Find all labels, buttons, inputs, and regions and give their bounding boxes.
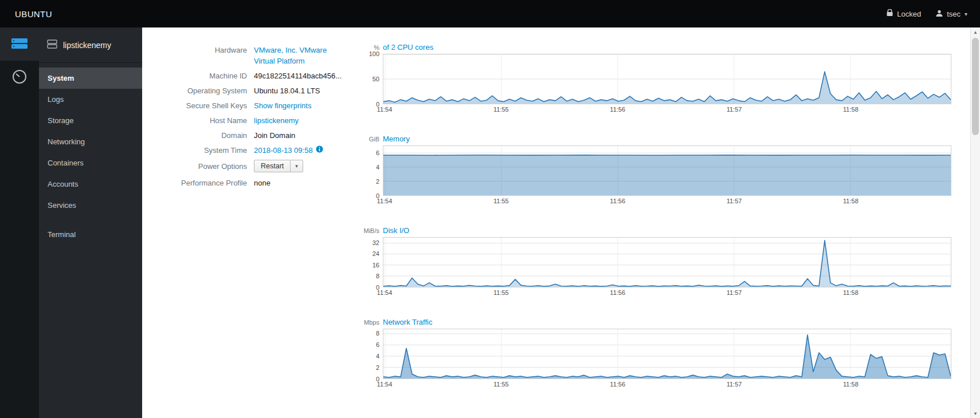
x-tick-label: 11:55 xyxy=(493,198,509,204)
machine-id-value: 49c1822514114bacb456... xyxy=(254,70,340,81)
user-icon xyxy=(936,10,943,18)
info-icon[interactable] xyxy=(316,145,323,156)
restart-button[interactable]: Restart xyxy=(254,160,291,172)
x-tick-label: 11:54 xyxy=(377,198,393,204)
charts-column: % of 2 CPU cores 050100 11:5411:5511:561… xyxy=(353,27,980,418)
x-axis-labels: 11:5411:5511:5611:5711:58 xyxy=(383,104,951,115)
host-tile-selected[interactable] xyxy=(0,27,39,61)
y-tick-label: 24 xyxy=(373,250,379,257)
x-tick-label: 11:57 xyxy=(727,381,742,388)
top-bar: UBUNTU Locked tsec ▾ xyxy=(0,0,980,27)
disk-io-unit-label: MiB/s xyxy=(353,224,383,237)
y-tick-label: 2 xyxy=(376,178,379,185)
y-tick-label: 8 xyxy=(376,273,379,279)
scrollbar-up-arrow[interactable]: ▲ xyxy=(971,27,980,37)
sidebar-item-logs[interactable]: Logs xyxy=(39,89,142,110)
machine-id-label: Machine ID xyxy=(154,70,254,81)
y-axis-labels: 02468 xyxy=(353,329,383,379)
y-tick-label: 4 xyxy=(376,353,379,360)
memory-unit-label: GiB xyxy=(353,133,383,145)
gauge-icon xyxy=(12,69,27,86)
host-name-link[interactable]: lipstickenemy xyxy=(254,116,299,125)
main-content: Hardware VMware, Inc. VMware Virtual Pla… xyxy=(142,27,980,418)
network-unit-label: Mbps xyxy=(353,316,383,329)
scrollbar-thumb[interactable] xyxy=(972,38,979,135)
x-tick-label: 11:56 xyxy=(610,289,625,296)
cpu-plot-area xyxy=(383,54,951,104)
sidebar-item-storage[interactable]: Storage xyxy=(39,110,142,131)
power-options-label: Power Options xyxy=(154,161,254,172)
performance-profile-row: Performance Profile none xyxy=(154,178,348,188)
disk-io-plot-area xyxy=(383,237,951,287)
x-tick-label: 11:57 xyxy=(727,198,742,204)
x-tick-label: 11:54 xyxy=(377,289,393,296)
sidebar-item-terminal[interactable]: Terminal xyxy=(39,224,142,245)
y-tick-label: 16 xyxy=(373,262,379,269)
ssh-keys-row: Secure Shell Keys Show fingerprints xyxy=(154,100,348,111)
host-name-row: Host Name lipstickenemy xyxy=(154,115,348,126)
x-tick-label: 11:55 xyxy=(493,289,509,296)
user-menu[interactable]: tsec ▾ xyxy=(936,10,967,18)
y-tick-label: 4 xyxy=(376,164,379,171)
lock-icon xyxy=(887,9,893,18)
x-tick-label: 11:56 xyxy=(610,198,625,204)
username: tsec xyxy=(947,10,961,18)
sidebar-item-containers[interactable]: Containers xyxy=(39,152,142,173)
cpu-chart-title-link[interactable]: of 2 CPU cores xyxy=(383,41,433,54)
network-traffic-chart: Mbps Network Traffic 02468 11:5411:5511:… xyxy=(353,316,951,389)
x-tick-label: 11:58 xyxy=(843,106,859,113)
y-axis-labels: 050100 xyxy=(353,54,383,104)
domain-row: Domain Join Domain xyxy=(154,130,348,141)
locked-indicator[interactable]: Locked xyxy=(887,9,921,18)
show-fingerprints-link[interactable]: Show fingerprints xyxy=(254,101,311,110)
x-axis-labels: 11:5411:5511:5611:5711:58 xyxy=(383,379,951,389)
server-icon xyxy=(11,37,28,52)
x-tick-label: 11:54 xyxy=(377,381,393,388)
hardware-label: Hardware xyxy=(154,45,254,66)
hardware-link[interactable]: VMware, Inc. VMware Virtual Platform xyxy=(254,46,327,65)
dashboard-tile[interactable] xyxy=(0,61,39,94)
hosts-rail xyxy=(0,27,39,418)
memory-chart-title-link[interactable]: Memory xyxy=(383,133,410,145)
x-tick-label: 11:57 xyxy=(727,106,742,113)
machine-id-row: Machine ID 49c1822514114bacb456... xyxy=(154,70,348,81)
y-tick-label: 6 xyxy=(376,149,379,156)
sidebar-item-accounts[interactable]: Accounts xyxy=(39,173,142,195)
x-tick-label: 11:57 xyxy=(727,289,742,296)
system-time-label: System Time xyxy=(154,145,254,156)
scrollbar-down-arrow[interactable]: ▼ xyxy=(971,409,980,418)
domain-label: Domain xyxy=(154,130,254,141)
y-tick-label: 100 xyxy=(369,50,379,57)
network-chart-title-link[interactable]: Network Traffic xyxy=(383,316,432,329)
power-options-row: Power Options Restart ▾ xyxy=(154,160,348,172)
sidebar-item-services[interactable]: Services xyxy=(39,195,142,216)
disk-io-chart-title-link[interactable]: Disk I/O xyxy=(383,224,409,237)
sidebar-item-system[interactable]: System xyxy=(39,68,142,89)
restart-dropdown-button[interactable]: ▾ xyxy=(291,160,303,172)
x-axis-labels: 11:5411:5511:5611:5711:58 xyxy=(383,196,951,206)
performance-profile-label: Performance Profile xyxy=(154,178,254,188)
performance-profile-value: none xyxy=(254,178,271,188)
network-plot-area xyxy=(383,329,951,379)
system-info-list: Hardware VMware, Inc. VMware Virtual Pla… xyxy=(154,27,348,418)
y-tick-label: 8 xyxy=(376,330,379,337)
x-tick-label: 11:58 xyxy=(843,289,859,296)
domain-value[interactable]: Join Domain xyxy=(254,130,295,141)
sidebar-item-networking[interactable]: Networking xyxy=(39,131,142,152)
vertical-scrollbar[interactable]: ▲ ▼ xyxy=(970,27,980,418)
operating-system-value: Ubuntu 18.04.1 LTS xyxy=(254,85,320,96)
hardware-row: Hardware VMware, Inc. VMware Virtual Pla… xyxy=(154,45,348,66)
nav-items: System Logs Storage Networking Container… xyxy=(39,63,142,245)
operating-system-label: Operating System xyxy=(154,85,254,96)
y-axis-labels: 08162432 xyxy=(353,237,383,287)
memory-chart: GiB Memory 0246 11:5411:5511:5611:5711:5… xyxy=(353,133,951,206)
host-header[interactable]: lipstickenemy xyxy=(39,27,142,63)
system-time-row: System Time 2018-08-13 09:58 xyxy=(154,145,348,156)
system-time-link[interactable]: 2018-08-13 09:58 xyxy=(254,145,313,156)
cpu-chart: % of 2 CPU cores 050100 11:5411:5511:561… xyxy=(353,41,951,115)
sidebar: lipstickenemy System Logs Storage Networ… xyxy=(39,27,142,418)
y-tick-label: 50 xyxy=(373,76,379,82)
disk-io-chart: MiB/s Disk I/O 08162432 11:5411:5511:561… xyxy=(353,224,951,298)
y-tick-label: 32 xyxy=(373,239,379,246)
brand-logo: UBUNTU xyxy=(0,9,52,19)
